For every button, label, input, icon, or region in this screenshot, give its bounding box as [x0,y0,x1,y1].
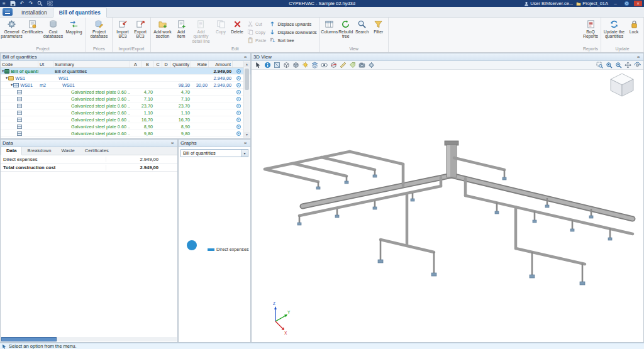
app-menu-button[interactable] [3,8,13,16]
camera-icon[interactable] [358,62,365,69]
add-row-icon[interactable] [236,104,241,108]
col-c[interactable]: C [154,61,162,67]
copy-small-button[interactable]: Copy [247,29,266,35]
boq-row-detail[interactable]: Galvanized steel plate 0.60 ... 7,10 7,1… [1,96,250,102]
col-d[interactable]: D [162,61,170,67]
tab-breakdown[interactable]: Breakdown [22,147,56,155]
mapping-button[interactable]: Mapping [64,18,84,34]
chevron-down-icon[interactable]: ▾ [241,150,248,157]
expander-icon[interactable] [6,75,8,80]
expander-icon[interactable] [11,82,13,87]
3d-scene[interactable]: Z Y X [252,53,644,343]
redo-icon[interactable]: ↷ [28,1,33,6]
close-icon[interactable]: × [169,141,175,146]
paste-button[interactable]: Paste [247,37,266,43]
certificates-button[interactable]: Certificates [22,18,43,34]
eye-icon[interactable] [320,62,328,69]
add-row-icon[interactable] [236,118,241,122]
project-selector[interactable]: Project_01A [576,1,608,6]
zoom-icon[interactable] [37,1,43,6]
tag-icon[interactable] [348,62,356,69]
boq-row-detail[interactable]: Galvanized steel plate 0.60 ... 16,70 16… [1,116,250,123]
add-row-icon[interactable] [236,111,241,115]
settings-icon[interactable] [367,62,375,69]
col-quantity[interactable]: Quantity [170,61,191,67]
save-icon[interactable] [10,1,16,6]
zoom-extents-icon[interactable] [605,62,613,69]
displace-upwards-button[interactable]: Displace upwards [269,21,316,27]
boq-vertical-scrollbar[interactable]: ▲ ▼ [243,62,250,138]
project-database-button[interactable]: Project database [87,18,111,39]
col-b[interactable]: B [142,61,154,67]
scroll-up-icon[interactable]: ▲ [244,62,250,67]
update-the-quantities-button[interactable]: Update the quantities [602,18,626,39]
delete-button[interactable]: Delete [229,18,245,34]
general-parameters-button[interactable]: General parameters [1,18,22,39]
close-icon[interactable]: × [242,55,248,60]
search-button[interactable]: Search [354,18,370,34]
add-row-icon[interactable] [236,69,241,74]
tab-installation[interactable]: Installation [16,8,53,17]
cost-databases-button[interactable]: Cost databases [43,18,64,39]
col-rate[interactable]: Rate [191,61,209,67]
add-row-icon[interactable] [236,90,241,94]
user-account[interactable]: User BIMserver.ce... [524,1,573,6]
minimize-button[interactable]: – [611,1,619,6]
add-quantity-detail-line-button[interactable]: Add quantity detail line [189,18,213,43]
boq-row-detail[interactable]: Galvanized steel plate 0.60 ... 9,80 9,8… [1,130,250,137]
layers-icon[interactable] [311,62,318,69]
import-bc3-button[interactable]: Import BC3 [114,18,131,39]
section-icon[interactable] [330,62,337,69]
cut-button[interactable]: Cut [247,21,266,27]
lights-icon[interactable] [301,62,309,69]
copy-button[interactable]: Copy [213,18,229,34]
boq-row-item[interactable]: WS01 m2 WS01 98,30 30,00 2.949,00 [1,82,250,89]
tab-waste[interactable]: Waste [56,147,79,155]
columns-button[interactable]: Columns [321,18,338,34]
add-work-section-button[interactable]: Add work section [152,18,173,39]
rebuild-tree-button[interactable]: Rebuild tree [338,18,354,39]
boq-row-chapter[interactable]: WS1 WS1 2.949,00 [1,75,250,82]
tab-data[interactable]: Data [1,147,22,155]
info-icon[interactable] [264,62,271,69]
zoom-window-icon[interactable] [47,1,53,6]
filter-button[interactable]: Filter [370,18,387,34]
col-summary[interactable]: Summary [53,61,130,67]
bimserver-sync-icon[interactable] [623,1,631,6]
boq-row-detail[interactable]: Galvanized steel plate 0.60 ... 23,70 23… [1,102,250,109]
boq-row-root[interactable]: Bill of quantities Bill of quantities 2.… [1,68,250,75]
add-row-icon[interactable] [236,76,241,80]
zoom-window-icon[interactable] [596,62,603,69]
orbit-icon[interactable] [633,62,641,69]
data-row-direct-expenses[interactable]: Direct expenses 2.949,00 [1,155,177,163]
scroll-thumb[interactable] [1,337,57,341]
scroll-down-icon[interactable]: ▼ [244,132,250,138]
col-amount[interactable]: Amount [209,61,233,67]
lock-button[interactable]: Lock [626,18,642,34]
add-row-icon[interactable] [236,83,241,87]
shading-icon[interactable] [292,62,299,69]
tab-bill-of-quantities[interactable]: Bill of quantities [53,8,107,18]
pan-icon[interactable] [624,62,631,69]
boq-row-detail[interactable]: Galvanized steel plate 0.60 ... 8,90 8,9… [1,123,250,130]
cursor-icon[interactable] [254,62,262,69]
col-ut[interactable]: Ut [38,61,53,67]
scroll-thumb[interactable] [245,69,249,90]
add-row-icon[interactable] [236,97,241,101]
add-row-icon[interactable] [236,125,241,129]
displace-downwards-button[interactable]: Displace downwards [269,29,316,35]
boq-reports-button[interactable]: BoQ Reports [582,18,599,39]
col-code[interactable]: Code [1,61,38,67]
zoom-in-icon[interactable] [614,62,622,69]
undo-icon[interactable]: ↶ [20,1,25,6]
boq-row-detail[interactable]: Galvanized steel plate 0.60 ... 1,10 1,1… [1,109,250,116]
sort-tree-button[interactable]: Sort tree [269,37,316,43]
graphs-dropdown[interactable]: Bill of quantities ▾ [180,149,248,157]
add-row-icon[interactable] [236,131,241,136]
close-button[interactable]: × [634,1,642,6]
expander-icon[interactable] [2,69,4,74]
add-item-button[interactable]: Add item [173,18,189,39]
view-cube[interactable] [611,74,633,96]
close-icon[interactable]: × [635,55,641,60]
tab-certificates[interactable]: Certificates [80,147,114,155]
